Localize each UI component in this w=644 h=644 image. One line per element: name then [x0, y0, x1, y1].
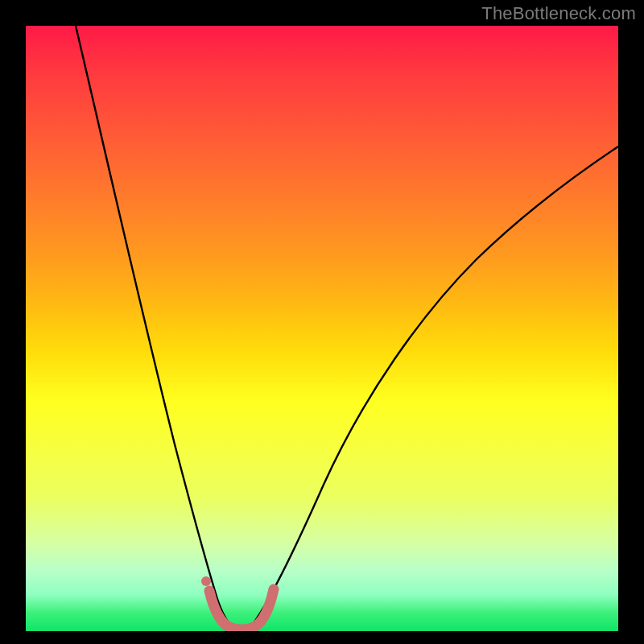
bottleneck-curve — [26, 26, 618, 631]
curve-left-branch — [76, 26, 232, 626]
optimal-range-dot — [201, 576, 211, 586]
watermark-text: TheBottleneck.com — [481, 3, 636, 24]
plot-area — [26, 26, 618, 631]
optimal-range-marker — [209, 589, 274, 630]
chart-frame: TheBottleneck.com — [0, 0, 644, 644]
curve-right-branch — [251, 147, 618, 626]
